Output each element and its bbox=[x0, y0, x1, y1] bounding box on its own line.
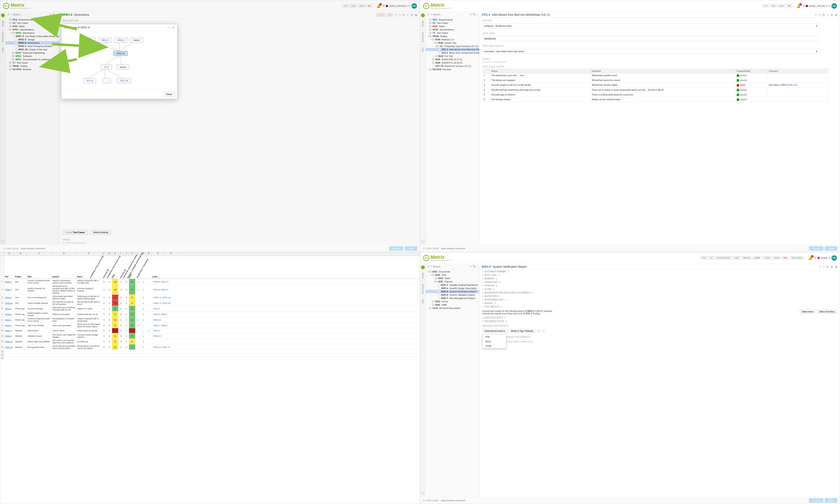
cell-ref[interactable]: RISK-1 bbox=[4, 328, 14, 333]
create-test-cases-button[interactable]: Create Create Test CasesTest Cases bbox=[62, 230, 88, 235]
trace-link[interactable]: ↓ SPEC-4 bbox=[152, 302, 161, 304]
filter-pill-todo[interactable]: todo bbox=[350, 4, 357, 7]
save-button[interactable]: Save bbox=[825, 246, 837, 251]
node-select1[interactable]: Select bbox=[130, 38, 143, 43]
chevron-down-icon[interactable]: ▾ bbox=[431, 13, 432, 16]
filter-pill-lock[interactable]: lock bbox=[762, 4, 769, 7]
doc-section[interactable]: ▸SIGNATURES⚙ bbox=[479, 281, 840, 284]
user-avatar[interactable]: FR bbox=[832, 255, 837, 261]
tree-item-tc[interactable]: ›TCTest Cases bbox=[5, 61, 59, 65]
filter-pill-reviewed[interactable]: REVIEWED bbox=[790, 256, 804, 259]
trace-link[interactable]: ↑ REQ-6 bbox=[152, 281, 160, 283]
cell-ref[interactable]: RISK-2 bbox=[4, 279, 14, 284]
step-result[interactable]: passed bbox=[735, 88, 767, 92]
node-req2[interactable]: REQ-2 bbox=[82, 38, 95, 43]
test-step-row[interactable]: 3Kid puts weight on left arm on left han… bbox=[483, 83, 828, 88]
risk-row[interactable]: 2RISK-2PenAmount of injected insulin is … bbox=[0, 279, 420, 285]
trace-link[interactable]: ↑ REQ-2 bbox=[152, 329, 160, 332]
filter-pill-fda[interactable]: FDA bbox=[700, 256, 708, 259]
history-icon[interactable]: ᛞ bbox=[823, 265, 824, 268]
tree-item-spec[interactable]: ›SPECDocumentation & Labeling bbox=[5, 58, 59, 61]
tree-item-run[interactable]: ▾RUNSmoke Test bbox=[426, 41, 479, 44]
download-icon[interactable]: ⤓ bbox=[407, 13, 409, 16]
filter-pill-fail[interactable]: fail bbox=[367, 4, 372, 7]
session-comment-input[interactable] bbox=[21, 247, 385, 250]
tree-item-doc-3[interactable]: DOC-3Usability Engineering Report bbox=[426, 283, 479, 287]
doc-section[interactable]: ▸DOCUMENT NUMBER⚙ bbox=[479, 270, 840, 273]
help-icon[interactable]: ? bbox=[421, 492, 425, 495]
gear-icon[interactable]: ⚙ bbox=[499, 281, 501, 283]
trace-link[interactable]: ↑ REQ-4 bbox=[152, 307, 160, 310]
risk-row[interactable]: 3RISK-3PenInsulin is (partly) not inject… bbox=[0, 285, 420, 295]
tree-item-doc[interactable]: ▾DOCReports bbox=[426, 280, 479, 283]
tree-item-tc[interactable]: ›TCTest Cases bbox=[426, 31, 479, 35]
tree-item-xtc-79[interactable]: XTC-79Brakes do not burn (TC-2) bbox=[426, 65, 479, 68]
trace-link[interactable]: ↑ REQ-17 bbox=[160, 281, 168, 283]
search-input[interactable] bbox=[433, 265, 469, 268]
tree-item-doc[interactable]: ›DOCPlans bbox=[426, 277, 479, 280]
trace-link[interactable]: ↑ REQ-17 bbox=[160, 288, 168, 291]
rail-tab-design[interactable]: Design bbox=[2, 18, 4, 29]
risk-row[interactable]: 8RISK-6Phone AppAmount of injected insul… bbox=[0, 317, 420, 323]
session-comment-input[interactable] bbox=[441, 499, 805, 502]
doc-section[interactable]: ▸REPORT⚙ bbox=[479, 302, 840, 305]
filter-pill-fail[interactable]: FAIL bbox=[782, 256, 789, 259]
cell-ref[interactable]: RISK-8 bbox=[4, 333, 14, 339]
search-icon[interactable]: 🔍 bbox=[472, 13, 476, 16]
rail-tab-tools[interactable]: Tools bbox=[2, 46, 4, 54]
tree-item-risk[interactable]: ›RISKRisks bbox=[426, 25, 479, 28]
gear-icon[interactable]: ⚙ bbox=[496, 285, 498, 287]
cancel-button[interactable]: Cancel bbox=[389, 246, 404, 251]
section-test-results[interactable]: ▾TEST RESULTS⚙ bbox=[479, 305, 840, 308]
tree-item-uc[interactable]: ›UCUse Cases bbox=[426, 21, 479, 25]
node-select2[interactable]: Select bbox=[117, 65, 129, 70]
test-step-row[interactable]: 5Kid pulls legs on footrestThere is noth… bbox=[483, 92, 828, 97]
risk-link[interactable]: RISK-11 bbox=[5, 340, 13, 343]
filter-pill-smoke[interactable]: SMOKE bbox=[741, 256, 752, 259]
tree-item-run[interactable]: ›RUNFull Test bbox=[426, 54, 479, 58]
rail-logo-icon[interactable] bbox=[421, 266, 425, 269]
tree-item-run[interactable]: ▾RUNRelease 1.4 bbox=[426, 38, 479, 41]
session-comment-input[interactable] bbox=[441, 247, 805, 250]
menu-word[interactable]: Word bbox=[483, 339, 506, 344]
risk-link[interactable]: RISK-1 bbox=[5, 329, 12, 332]
risk-row[interactable]: 12RISK-11WebsitePatient data not availab… bbox=[0, 339, 420, 344]
tree-item-trun[interactable]: ›TRUNTesting bbox=[5, 65, 59, 68]
risk-link[interactable]: RISK-7 bbox=[5, 324, 12, 326]
clear-icon[interactable]: ⊗ bbox=[470, 265, 471, 268]
tree-item-doc[interactable]: ›DOCDMR bbox=[426, 303, 479, 306]
rail-tab-documents[interactable]: Documents bbox=[422, 30, 424, 44]
trace-link[interactable]: ↓ SPEC-9 bbox=[161, 346, 169, 348]
risk-link[interactable]: RISK-4 bbox=[5, 307, 12, 310]
risk-row[interactable]: 6RISK-4Phone AppIncorrect warningApp war… bbox=[0, 306, 420, 311]
tree-item-spec[interactable]: ▾SPECSpecifications bbox=[5, 28, 59, 31]
save-button[interactable]: Save bbox=[825, 498, 837, 503]
test-step-row[interactable]: 4Kid lifts itself into wheelchair while … bbox=[483, 88, 828, 92]
gear-icon[interactable]: ⚙ bbox=[494, 302, 496, 304]
close-button[interactable]: Close bbox=[163, 92, 175, 97]
filter-pill-pass[interactable]: PASS bbox=[772, 256, 781, 259]
download-icon[interactable]: ⤓ bbox=[826, 13, 829, 16]
step-result[interactable]: passed bbox=[735, 97, 767, 102]
tester-select[interactable]: wolfgang - Wolfgang Huber▾ bbox=[482, 23, 819, 29]
risk-link[interactable]: RISK-2 bbox=[5, 281, 12, 283]
doc-section[interactable]: ▸AUDIT TRAIL⚙ bbox=[479, 273, 840, 277]
risk-link[interactable]: RISK-10 bbox=[5, 302, 13, 304]
trace-link[interactable]: ↑ REQ-19 bbox=[152, 319, 161, 321]
rail-tab-documents[interactable]: Documents bbox=[422, 282, 424, 296]
gear-icon[interactable]: ⚙ bbox=[493, 288, 495, 290]
close-icon[interactable]: ✕ bbox=[172, 26, 175, 29]
doc-section[interactable]: ▸SCOPE⚙ bbox=[479, 287, 840, 291]
rail-tab-design[interactable]: Design bbox=[422, 18, 424, 29]
tree-item-run[interactable]: RUN2018/07/06 15:17:31 bbox=[426, 58, 479, 61]
gear-icon[interactable]: ⚙ bbox=[505, 299, 506, 301]
clear-icon[interactable]: ⊗ bbox=[470, 13, 471, 16]
notifications-icon[interactable]: 🔔2 bbox=[376, 4, 381, 8]
chevron-down-icon[interactable]: ▾ bbox=[11, 13, 12, 16]
link-icon[interactable]: ⛓ bbox=[402, 13, 405, 16]
risk-row[interactable]: 11RISK-8WebsiteWebsite is downThe Doctor… bbox=[0, 333, 420, 339]
cell-ref[interactable]: RISK-12 bbox=[4, 344, 14, 350]
risk-link[interactable]: RISK-5 bbox=[5, 313, 12, 316]
trace-link[interactable]: ↑ REQ-8 bbox=[160, 324, 167, 326]
tree-item-uc[interactable]: ▾UCFrequently Used Functions (F-UC-2) bbox=[426, 44, 479, 48]
